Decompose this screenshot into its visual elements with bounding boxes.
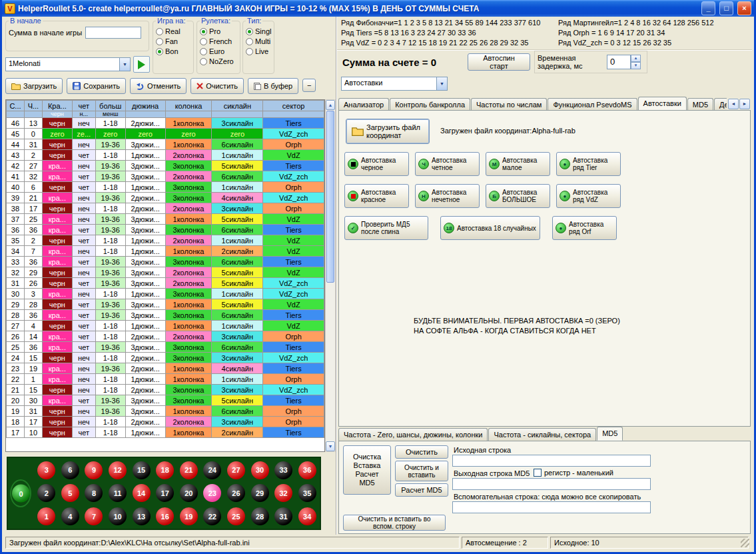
toolbar-button-загрузить[interactable]: Загрузить: [5, 78, 63, 94]
radio-option-multi[interactable]: Multi: [246, 37, 271, 45]
radio-option-singl[interactable]: Singl: [246, 27, 271, 35]
board-number-31[interactable]: 31: [274, 507, 292, 525]
tab-md5[interactable]: MD5: [597, 427, 623, 441]
spin-down-icon[interactable]: ▼: [631, 62, 641, 69]
table-row[interactable]: 3817черннеч1-182дюжи...2колонка3сиклайнO…: [7, 203, 324, 214]
radio-option-euro[interactable]: Euro: [200, 47, 237, 55]
md5-clear-paste-button[interactable]: Очистить и вставить: [395, 461, 448, 481]
toolbar-button-отменить[interactable]: Отменить: [130, 78, 187, 94]
table-row[interactable]: 4132кра...чет19-363дюжи...2колонка6сикла…: [7, 171, 324, 182]
table-row[interactable]: 347кра...неч1-181дюжи...1колонка2сиклайн…: [7, 246, 324, 257]
table-row[interactable]: 3336кра...чет19-363дюжи...3колонка6сикла…: [7, 257, 324, 267]
board-number-13[interactable]: 13: [133, 507, 151, 525]
radio-option-bon[interactable]: Bon: [156, 47, 190, 55]
bet-button-автоставка-18-случайных[interactable]: 18Автоставка 18 случайных: [440, 216, 540, 240]
tab-функционал-psevdoms[interactable]: Функционал PsevdoMS: [548, 98, 637, 111]
table-row[interactable]: 432чернчет1-181дюжи...2колонка1сиклайнVd…: [7, 150, 324, 161]
column-header[interactable]: сектор: [263, 101, 324, 111]
board-number-11[interactable]: 11: [109, 484, 127, 502]
board-number-35[interactable]: 35: [298, 484, 316, 502]
table-row[interactable]: 2319кра...неч19-362дюжи...1колонка4сикла…: [7, 363, 324, 374]
table-row[interactable]: 1931черннеч19-363дюжи...1колонка6сиклайн…: [7, 406, 324, 417]
delay-value[interactable]: 0: [607, 55, 631, 69]
md5-calc-button[interactable]: Расчет MD5: [395, 483, 448, 497]
board-number-12[interactable]: 12: [109, 461, 127, 479]
profile-combobox[interactable]: 1Melonati ▼: [5, 57, 131, 71]
chevron-down-icon[interactable]: ▼: [119, 57, 131, 71]
board-number-27[interactable]: 27: [227, 461, 245, 479]
tab-автоставки[interactable]: Автоставки: [638, 97, 687, 111]
bet-button-автоставка-малое[interactable]: МАвтоставка малое: [486, 152, 550, 176]
md5-source-input[interactable]: [452, 455, 651, 467]
column-header[interactable]: Кра...: [42, 101, 72, 111]
board-number-22[interactable]: 22: [203, 507, 221, 525]
table-row[interactable]: 3229черннеч19-363дюжи...2колонка5сиклайн…: [7, 267, 324, 278]
table-row[interactable]: 3921кра...неч19-362дюжи...3колонка4сикла…: [7, 193, 324, 203]
column-header[interactable]: Ч...: [24, 101, 42, 111]
radio-option-live[interactable]: Live: [246, 47, 271, 55]
start-sum-input[interactable]: [85, 27, 141, 39]
board-number-34[interactable]: 34: [298, 507, 316, 525]
board-number-21[interactable]: 21: [180, 461, 198, 479]
md5-clear-button[interactable]: Очистить: [395, 445, 448, 459]
toolbar-button-item[interactable]: −: [302, 79, 316, 92]
table-row[interactable]: 406чернчет1-181дюжи...3колонка1сиклайнOr…: [7, 182, 324, 193]
board-number-24[interactable]: 24: [203, 461, 221, 479]
column-header[interactable]: дюжина: [125, 101, 165, 111]
table-row[interactable]: 4613черннеч1-182дюжи...1колонка3сиклайнT…: [7, 118, 324, 129]
table-row[interactable]: 2115черннеч1-182дюжи...3колонка3сиклайнV…: [7, 385, 324, 395]
chevron-down-icon[interactable]: ▼: [436, 77, 448, 91]
close-button[interactable]: ×: [737, 1, 751, 15]
board-number-4[interactable]: 4: [61, 507, 79, 525]
radio-option-real[interactable]: Real: [156, 27, 190, 35]
md5-aux-input[interactable]: [452, 501, 651, 513]
delay-spinner[interactable]: 0 ▲ ▼: [607, 55, 641, 69]
md5-stack-button[interactable]: Очистка Вставка Расчет MD5: [343, 445, 391, 495]
tab-частота-zero-шансы-дюжины-колонки[interactable]: Частота - Zero, шансы, дюжины, колонки: [338, 428, 488, 441]
table-row[interactable]: 352чернчет1-181дюжи...2колонка1сиклайнVd…: [7, 235, 324, 246]
tab-частота-сиклайны-сектора[interactable]: Частота - сиклайны, сектора: [488, 428, 596, 441]
play-button[interactable]: [133, 56, 150, 73]
bet-button-автоставка-ряд-tier[interactable]: ●Автоставка ряд Tier: [556, 152, 621, 176]
board-number-7[interactable]: 7: [85, 507, 103, 525]
radio-option-pro[interactable]: Pro: [200, 27, 237, 35]
resize-grip[interactable]: [741, 539, 749, 547]
board-number-15[interactable]: 15: [133, 461, 151, 479]
table-row[interactable]: 4431черннеч19-363дюжи...1колонка6сиклайн…: [7, 139, 324, 150]
table-row[interactable]: 450zeroze...zerozerozerozeroVdZ_zch: [7, 129, 324, 139]
scroll-down-icon[interactable]: ▼: [326, 441, 335, 451]
tabs-scroll-left-icon[interactable]: ◄: [728, 99, 739, 109]
toolbar-button-сохранить[interactable]: Сохранить: [67, 78, 126, 94]
autospin-start-button[interactable]: Автоспин старт: [468, 53, 530, 71]
board-number-20[interactable]: 20: [180, 484, 198, 502]
board-number-5[interactable]: 5: [61, 484, 79, 502]
table-row[interactable]: 2415черннеч1-182дюжи...3колонка3сиклайнV…: [7, 353, 324, 363]
md5-aux-button[interactable]: Очистить и вставить во вспом. строку: [343, 515, 446, 531]
board-number-3[interactable]: 3: [37, 461, 55, 479]
tabs-scroll-right-icon[interactable]: ►: [739, 99, 750, 109]
tab-делени[interactable]: Делени: [714, 98, 727, 111]
radio-option-fan[interactable]: Fan: [156, 37, 190, 45]
spin-up-icon[interactable]: ▲: [631, 55, 641, 62]
board-number-23[interactable]: 23: [203, 484, 221, 502]
scroll-up-icon[interactable]: ▲: [326, 100, 335, 110]
board-number-1[interactable]: 1: [37, 507, 55, 525]
table-row[interactable]: 1710чернчет1-181дюжи...1колонка2сиклайнT…: [7, 427, 324, 438]
board-number-36[interactable]: 36: [298, 461, 316, 479]
table-row[interactable]: 303кра...неч1-181дюжи...3колонка1сиклайн…: [7, 289, 324, 299]
board-number-17[interactable]: 17: [156, 484, 174, 502]
table-row[interactable]: 221кра...неч1-181дюжи...1колонка1сиклайн…: [7, 374, 324, 385]
column-header[interactable]: чет: [72, 101, 95, 111]
load-coordinates-button[interactable]: Загрузить файл координат: [346, 119, 430, 144]
board-number-25[interactable]: 25: [227, 507, 245, 525]
bet-button-автоставка-черное[interactable]: Автоставка черное: [344, 152, 409, 176]
bet-button-автоставка-красное[interactable]: Автоставка красное: [344, 184, 409, 208]
table-row[interactable]: 4227кра...неч19-363дюжи...3колонка5сикла…: [7, 161, 324, 171]
board-number-18[interactable]: 18: [156, 461, 174, 479]
column-header[interactable]: колонка: [165, 101, 212, 111]
table-row[interactable]: 2928чернчет19-363дюжи...1колонка5сиклайн…: [7, 299, 324, 310]
bet-button-автоставка-большое[interactable]: БАвтоставка БОЛЬШОЕ: [486, 184, 550, 208]
bet-button-автоставка-четное[interactable]: ЧАвтоставка четное: [415, 152, 480, 176]
restore-button[interactable]: □: [719, 1, 733, 15]
tab-контроль-банкролла[interactable]: Контроль банкролла: [390, 98, 470, 111]
